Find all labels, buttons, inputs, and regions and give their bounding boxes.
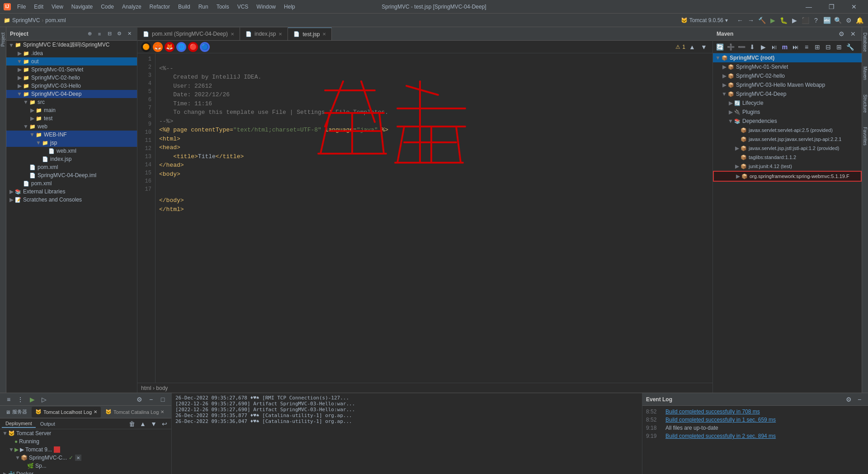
maven-dep-jsp[interactable]: ▶📦 javax.servlet.jsp:javax.servlet.jsp-a… [713, 135, 862, 144]
event-link-4[interactable]: Build completed successfully in 2 sec. 8… [665, 433, 776, 439]
build-button[interactable]: 🔨 [757, 15, 767, 25]
log-content[interactable]: 26-Dec-2022 09:35:27,678 ♦♥♠ [RMI TCP Co… [172, 393, 642, 474]
catalina-close[interactable]: ✕ [160, 409, 164, 414]
services-minimize[interactable]: − [146, 394, 156, 404]
maven-download[interactable]: ⬇ [747, 42, 757, 52]
run-with-coverage[interactable]: ▶ [789, 15, 799, 25]
maven-plugins[interactable]: ▶🔌 Plugins [713, 108, 862, 117]
forward-button[interactable]: → [746, 15, 756, 25]
maven-collapse[interactable]: ⊟ [823, 42, 833, 52]
maven-m[interactable]: m [780, 42, 790, 52]
tree-root[interactable]: ▼ 📁 SpringMVC E:\Idea源码\SpringMVC [6, 41, 137, 49]
minimize-button[interactable]: — [798, 0, 819, 14]
stop-button[interactable]: ⬛ [800, 15, 810, 25]
tree-item-webinf[interactable]: ▼📁 WEB-INF [6, 131, 137, 139]
structure-side-tab[interactable]: Structure [862, 93, 868, 115]
run-config[interactable]: 🐱 Tomcat 9.0.56 ▾ [677, 16, 731, 24]
tab-pom-close[interactable]: ✕ [231, 32, 234, 37]
tree-item-jsp[interactable]: ▼📁 jsp [6, 139, 137, 147]
browser-icon-4[interactable]: 🌐 [176, 42, 186, 52]
maven-side-tab[interactable]: Maven [862, 65, 868, 82]
autoscroll-button[interactable]: ≡ [95, 30, 104, 38]
dep-tab-deployment[interactable]: Deployment [2, 420, 36, 428]
tree-item-idea[interactable]: ▶📁 .idea [6, 49, 137, 57]
maven-run2[interactable]: ⏯ [769, 42, 779, 52]
menu-view[interactable]: View [48, 3, 67, 11]
maximize-button[interactable]: ❐ [821, 0, 842, 14]
browser-icon-5[interactable]: 🔴 [188, 42, 198, 52]
tree-item-test[interactable]: ▶📁 test [6, 114, 137, 122]
menu-run[interactable]: Run [195, 3, 212, 11]
scroll-up[interactable]: ▲ [687, 42, 697, 52]
maven-close[interactable]: ✕ [848, 29, 858, 39]
maven-dep-servlet[interactable]: ▶📦 javax.servlet:servlet-api:2.5 (provid… [713, 126, 862, 135]
menu-navigate[interactable]: Navigate [68, 3, 96, 11]
favorites-side-tab[interactable]: Favorites [862, 125, 868, 147]
maven-add[interactable]: ➕ [726, 42, 736, 52]
service-tomcat-server[interactable]: ▼ 🐱 Tomcat Server [0, 429, 171, 437]
tab-test[interactable]: 📄 test.jsp ✕ [288, 28, 332, 40]
tree-item-servlet[interactable]: ▶📁 SpringMvc-01-Servlet [6, 66, 137, 74]
services-run2-btn[interactable]: ▷ [39, 394, 49, 404]
translate-button[interactable]: 🔤 [822, 15, 832, 25]
project-side-tab[interactable]: Project [0, 31, 6, 48]
service-docker[interactable]: ▶ 🐳 Docker [0, 470, 171, 474]
tree-item-deep[interactable]: ▼📁 SpringMVC-04-Deep [6, 90, 137, 98]
event-log-settings[interactable]: ⚙ [844, 394, 854, 404]
maven-refresh[interactable]: 🔄 [715, 42, 725, 52]
debug-button[interactable]: 🐛 [778, 15, 788, 25]
code-area[interactable]: 12345 678910 1112131415 1617 <%-- Create… [137, 53, 712, 383]
tree-item-iml[interactable]: ▶📄 SpringMVC-04-Deep.iml [6, 171, 137, 179]
maven-dep-junit[interactable]: ▶📦 junit:junit:4.12 (test) [713, 162, 862, 171]
menu-edit[interactable]: Edit [30, 3, 47, 11]
tab-pom[interactable]: 📄 pom.xml (SpringMVC-04-Deep) ✕ [137, 28, 240, 40]
artifact1-remove[interactable]: ✕ [75, 455, 81, 461]
dep-up-btn[interactable]: ▲ [138, 419, 148, 429]
maven-minus[interactable]: ➖ [736, 42, 746, 52]
service-artifact1[interactable]: ▼ 📦 SpringMVC-C... ✓ ✕ [0, 454, 171, 462]
menu-refactor[interactable]: Refactor [146, 3, 174, 11]
settings-icon[interactable]: ⚙ [115, 30, 123, 38]
maven-settings[interactable]: ⚙ [836, 29, 846, 39]
dep-wrap-btn[interactable]: ↩ [160, 419, 170, 429]
maven-format[interactable]: ⊞ [812, 42, 822, 52]
maven-deep[interactable]: ▼📦 SpringMVC-04-Deep [713, 89, 862, 99]
tree-item-hello[interactable]: ▶📁 SpringMVC-02-hello [6, 74, 137, 82]
tab-test-close[interactable]: ✕ [322, 32, 326, 37]
scope-button[interactable]: ⊕ [85, 30, 94, 38]
collapse-all[interactable]: ⊟ [105, 30, 113, 38]
services-all-btn[interactable]: ≡ [4, 394, 14, 404]
services-expand[interactable]: □ [158, 394, 168, 404]
tab-index-close[interactable]: ✕ [278, 32, 282, 37]
notifications-button[interactable]: 🔔 [854, 15, 864, 25]
maven-run[interactable]: ▶ [758, 42, 768, 52]
menu-build[interactable]: Build [175, 3, 194, 11]
services-run-btn[interactable]: ▶ [27, 394, 37, 404]
help-button[interactable]: ? [811, 15, 821, 25]
maven-deps[interactable]: ▼📚 Dependencies [713, 117, 862, 126]
maven-wrench[interactable]: 🔧 [845, 42, 855, 52]
service-artifact2[interactable]: ▶ 🌿 Sp... [0, 462, 171, 470]
server-tab[interactable]: 🖥 服务器 [2, 407, 31, 418]
tree-item-pom[interactable]: ▶📄 pom.xml [6, 179, 137, 188]
tree-item-hello3[interactable]: ▶📁 SpringMVC-03-Hello [6, 82, 137, 90]
browser-icon-1[interactable]: 🟠 [141, 42, 151, 52]
tree-item-scratches[interactable]: ▶📝 Scratches and Consoles [6, 196, 137, 204]
tree-item-pomdeep[interactable]: ▶📄 pom.xml [6, 163, 137, 171]
menu-help[interactable]: Help [280, 3, 299, 11]
database-tab[interactable]: Database [862, 31, 868, 54]
browser-icon-2[interactable]: 🦊 [153, 42, 163, 52]
tree-item-out[interactable]: ▼📁 out [6, 57, 137, 66]
search-everywhere[interactable]: 🔍 [833, 15, 843, 25]
maven-align[interactable]: ≡ [802, 42, 811, 52]
tree-item-web[interactable]: ▼📁 web [6, 122, 137, 131]
code-content[interactable]: <%-- Created by IntelliJ IDEA. User: 226… [156, 53, 712, 383]
dep-down-btn[interactable]: ▼ [149, 419, 159, 429]
run-button[interactable]: ▶ [768, 15, 778, 25]
maven-hello3[interactable]: ▶📦 SpringMVC-03-Hello Maven Webapp [713, 80, 862, 89]
tree-item-src[interactable]: ▼📁 src [6, 98, 137, 106]
services-settings[interactable]: ⚙ [134, 394, 144, 404]
event-link-1[interactable]: Build completed successfully in 708 ms [665, 408, 760, 415]
menu-analyze[interactable]: Analyze [118, 3, 145, 11]
service-running[interactable]: ▶ ● Running [0, 437, 171, 446]
